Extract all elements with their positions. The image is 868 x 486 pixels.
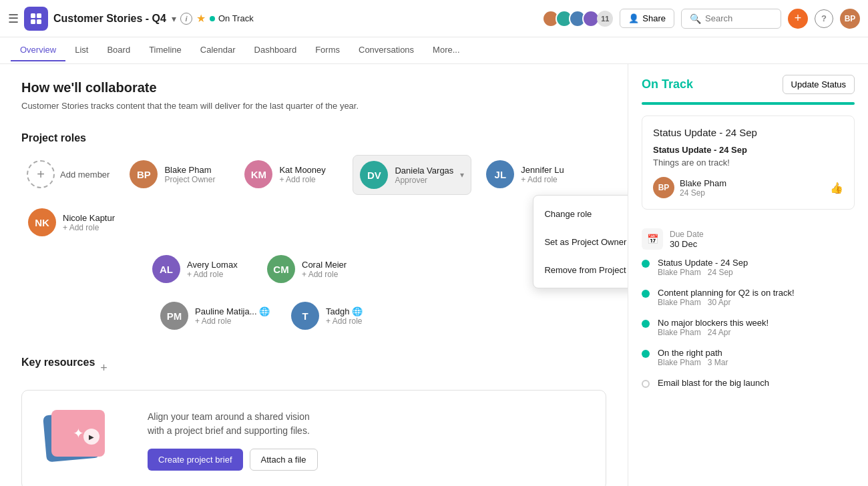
role-info: Coral Meier + Add role: [302, 260, 347, 279]
star-icon[interactable]: ★: [196, 12, 206, 25]
hamburger-icon[interactable]: ☰: [8, 11, 19, 26]
dropdown-change-role[interactable]: Change role 1: [533, 200, 628, 228]
member-name: Nicole Kaptur: [63, 213, 115, 223]
avatar: CM: [267, 255, 295, 283]
timeline-title: No major blockers this week!: [658, 318, 855, 328]
role-info: Nicole Kaptur + Add role: [63, 213, 115, 232]
role-card-tadgh[interactable]: T Tadgh 🌐 + Add role: [284, 296, 391, 335]
share-icon: 👤: [628, 13, 639, 23]
status-user-row: BP Blake Pham 24 Sep 👍: [653, 177, 843, 198]
add-button[interactable]: +: [788, 9, 808, 29]
timeline-content: Content planning for Q2 is on track! Bla…: [658, 288, 855, 307]
member-add-role: + Add role: [195, 316, 270, 326]
help-button[interactable]: ?: [815, 9, 833, 28]
tab-overview[interactable]: Overview: [11, 39, 65, 61]
role-card-coral[interactable]: CM Coral Meier + Add role: [260, 250, 367, 288]
role-card-blake[interactable]: BP Blake Pham Project Owner: [123, 155, 230, 194]
role-card-daniela[interactable]: DV Daniela Vargas Approver ▾: [353, 155, 471, 195]
attach-file-button[interactable]: Attach a file: [250, 449, 318, 471]
share-button[interactable]: 👤 Share: [620, 9, 674, 28]
role-card-kat[interactable]: KM Kat Mooney + Add role: [238, 155, 345, 194]
info-icon[interactable]: i: [180, 13, 192, 25]
svg-rect-3: [37, 19, 41, 24]
app-icon[interactable]: [24, 7, 48, 31]
resource-desc: Align your team around a shared visionwi…: [148, 410, 590, 438]
timeline-content: No major blockers this week! Blake Pham …: [658, 318, 855, 337]
avatar-count[interactable]: 11: [597, 11, 613, 27]
member-add-role: + Add role: [326, 316, 363, 326]
add-resource-icon[interactable]: +: [100, 361, 107, 375]
timeline-meta: Blake Pham 3 Mar: [658, 358, 855, 367]
tab-conversations[interactable]: Conversations: [349, 39, 423, 61]
tab-forms[interactable]: Forms: [306, 39, 349, 61]
avatar: AL: [152, 255, 180, 283]
right-header: On Track Update Status: [628, 64, 868, 94]
dropdown-set-owner[interactable]: Set as Project Owner 2: [533, 228, 628, 256]
svg-rect-0: [31, 13, 35, 18]
tab-more[interactable]: More...: [423, 39, 469, 61]
resource-text: Align your team around a shared visionwi…: [148, 410, 590, 471]
dropdown-item-label: Remove from Project: [544, 265, 626, 275]
search-icon: 🔍: [690, 13, 701, 24]
status-label: On Track: [218, 13, 254, 23]
right-panel: On Track Update Status Status Update - 2…: [628, 64, 868, 486]
role-card-pauline[interactable]: PM Pauline Matija... 🌐 + Add role: [154, 296, 276, 335]
create-brief-button[interactable]: Create project brief: [148, 449, 243, 471]
member-name: Kat Mooney: [279, 165, 325, 175]
timeline-dot: [642, 290, 650, 298]
search-box[interactable]: 🔍: [681, 9, 781, 29]
status-author-name: Blake Pham: [680, 178, 726, 188]
add-member-card[interactable]: + Add member: [21, 155, 115, 194]
timeline-item: Content planning for Q2 is on track! Bla…: [642, 288, 855, 307]
timeline-dot: [642, 260, 650, 268]
play-icon: ▶: [83, 429, 99, 445]
timeline-meta: Blake Pham 24 Apr: [658, 328, 855, 337]
role-card-nicole[interactable]: NK Nicole Kaptur + Add role: [21, 203, 128, 242]
due-date-row: 📅 Due Date 30 Dec: [628, 220, 868, 258]
role-info: Pauline Matija... 🌐 + Add role: [195, 306, 270, 326]
status-author-avatar: BP: [653, 177, 674, 198]
roles-grid-3: PM Pauline Matija... 🌐 + Add role T Tadg…: [21, 296, 606, 335]
search-input[interactable]: [705, 13, 773, 23]
tab-timeline[interactable]: Timeline: [140, 39, 191, 61]
role-card-jennifer[interactable]: JL Jennifer Lu + Add role: [479, 155, 586, 194]
title-extras: ▾ i ★ On Track: [172, 12, 254, 25]
member-add-role: + Add role: [187, 270, 238, 279]
chevron-down-icon: ▾: [460, 170, 464, 180]
role-card-avery[interactable]: AL Avery Lomax + Add role: [146, 250, 252, 288]
chevron-down-icon[interactable]: ▾: [172, 13, 176, 24]
timeline-dot: [642, 320, 650, 328]
status-dot: [210, 16, 215, 21]
avatar-group: 11: [546, 10, 613, 27]
progress-bar-fill: [642, 102, 855, 105]
timeline-title: Status Update - 24 Sep: [658, 258, 855, 268]
member-name: Daniela Vargas: [395, 166, 453, 176]
update-status-button[interactable]: Update Status: [783, 75, 855, 94]
tab-list[interactable]: List: [65, 39, 97, 61]
left-panel: How we'll collaborate Customer Stories t…: [0, 64, 628, 486]
calendar-icon: 📅: [642, 228, 663, 250]
member-role: Project Owner: [164, 175, 215, 184]
avatar: DV: [360, 161, 388, 189]
tab-board[interactable]: Board: [97, 39, 140, 61]
avatar: PM: [160, 302, 188, 330]
status-card: Status Update - 24 Sep Status Update - 2…: [642, 115, 855, 210]
thumbs-up-icon[interactable]: 👍: [830, 182, 843, 194]
role-info: Jennifer Lu + Add role: [521, 165, 564, 184]
timeline-dot: [642, 350, 650, 358]
timeline-content: Email blast for the big launch: [658, 378, 855, 388]
roles-grid: + Add member BP Blake Pham Project Owner…: [21, 155, 606, 242]
tab-calendar[interactable]: Calendar: [191, 39, 245, 61]
svg-rect-1: [37, 13, 41, 18]
key-resources-heading: Key resources: [21, 356, 95, 369]
add-member-label: Add member: [60, 170, 110, 180]
member-name: Pauline Matija... 🌐: [195, 306, 270, 316]
user-avatar[interactable]: BP: [840, 9, 860, 29]
member-add-role: + Add role: [279, 175, 325, 184]
member-name: Tadgh 🌐: [326, 306, 363, 316]
dropdown-remove[interactable]: Remove from Project 3: [533, 256, 628, 284]
progress-bar-track: [642, 102, 855, 105]
timeline-title: On the right path: [658, 348, 855, 358]
tab-dashboard[interactable]: Dashboard: [245, 39, 306, 61]
role-info: Blake Pham Project Owner: [164, 165, 215, 184]
